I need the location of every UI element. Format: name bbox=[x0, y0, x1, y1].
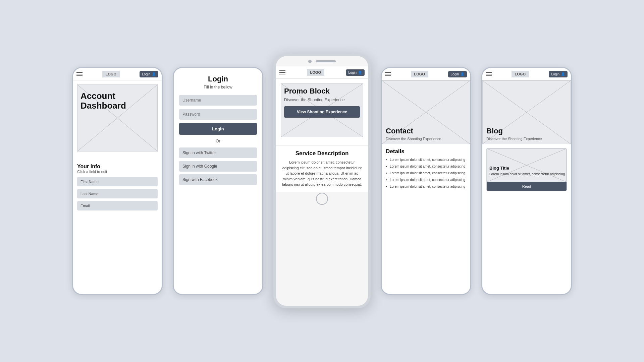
detail-item-4: Lorem ipsum dolor sit amet, consectetur … bbox=[386, 178, 466, 182]
password-input[interactable] bbox=[179, 109, 257, 120]
detail-item-3: Lorem ipsum dolor sit amet, consectetur … bbox=[386, 171, 466, 176]
username-input[interactable] bbox=[179, 95, 257, 106]
blog-card-image: Blog Title Lorem ipsum dolor sit amet, c… bbox=[487, 148, 567, 182]
twitter-login-button[interactable]: Sign in with Twitter bbox=[179, 147, 257, 158]
phone-contact: LOGO Login 👤 Contact Discover the Shooti… bbox=[381, 67, 471, 295]
service-title: Service Description bbox=[281, 150, 363, 157]
details-title: Details bbox=[386, 148, 466, 155]
home-indicator bbox=[276, 192, 368, 205]
home-button[interactable] bbox=[316, 193, 328, 205]
service-section: Service Description Lorem ipsum dolor si… bbox=[276, 145, 368, 192]
your-info-section: Your Info Click a field to edit First Na… bbox=[73, 160, 162, 217]
phone-login: Login Fill in the bellow Login Or Sign i… bbox=[173, 67, 263, 295]
google-login-button[interactable]: Sign in with Google bbox=[179, 161, 257, 172]
user-icon-promo: 👤 bbox=[358, 71, 362, 74]
blog-card-text: Lorem ipsum dolor sit amet, consectetur … bbox=[489, 172, 565, 177]
login-title: Login bbox=[208, 75, 228, 83]
dashboard-title: Account Dashboard bbox=[80, 91, 154, 110]
facebook-login-button[interactable]: Sign with Facebook bbox=[179, 174, 257, 185]
contact-title: Contact bbox=[386, 127, 441, 135]
blog-card-section: Blog Title Lorem ipsum dolor sit amet, c… bbox=[482, 144, 571, 195]
logo-contact: LOGO bbox=[411, 71, 428, 77]
logo-dashboard: LOGO bbox=[102, 71, 120, 77]
login-content: Login Fill in the bellow Login Or Sign i… bbox=[174, 68, 262, 194]
last-name-field[interactable]: Last Name bbox=[77, 189, 158, 198]
devices-container: LOGO Login 👤 Account Dashboard Your Info… bbox=[59, 40, 585, 322]
view-shooting-button[interactable]: View Shooting Experience bbox=[284, 106, 360, 118]
phone-dashboard: LOGO Login 👤 Account Dashboard Your Info… bbox=[72, 67, 163, 295]
user-icon-blog: 👤 bbox=[561, 72, 565, 76]
login-submit-button[interactable]: Login bbox=[179, 123, 257, 135]
camera-dot bbox=[308, 60, 312, 63]
phone-promo: LOGO Login 👤 Promo Block bbox=[273, 54, 371, 308]
details-section: Details Lorem ipsum dolor sit amet, cons… bbox=[382, 144, 470, 195]
nav-contact: LOGO Login 👤 bbox=[382, 68, 470, 80]
login-button-promo[interactable]: Login 👤 bbox=[346, 69, 365, 76]
hamburger-icon-contact[interactable] bbox=[385, 72, 391, 76]
detail-item-1: Lorem ipsum dolor sit amet, consectetur … bbox=[386, 158, 466, 162]
login-subtitle: Fill in the bellow bbox=[204, 85, 232, 89]
login-button-dashboard[interactable]: Login 👤 bbox=[140, 71, 158, 77]
blog-card-title: Blog Title bbox=[489, 166, 565, 171]
hamburger-icon[interactable] bbox=[76, 72, 83, 76]
promo-text-block: Promo Block Discover the Shooting Experi… bbox=[276, 79, 368, 145]
nav-dashboard: LOGO Login 👤 bbox=[73, 68, 162, 80]
promo-title: Promo Block bbox=[284, 87, 360, 96]
contact-content: Contact Discover the Shooting Experience… bbox=[382, 80, 470, 195]
blog-page-title: Blog bbox=[486, 127, 542, 135]
read-button[interactable]: Read bbox=[487, 182, 567, 191]
center-phone-wrapper: LOGO Login 👤 Promo Block bbox=[273, 54, 371, 308]
click-to-edit-label: Click a field to edit bbox=[77, 170, 158, 174]
service-description: Lorem ipsum dolor sit amet, consectetur … bbox=[281, 160, 363, 187]
speaker-bar bbox=[316, 60, 336, 62]
or-divider: Or bbox=[216, 139, 220, 143]
email-field[interactable]: Email bbox=[77, 201, 158, 210]
blog-subtitle: Discover the Shooting Experience bbox=[486, 137, 542, 141]
detail-item-5: Lorem ipsum dolor sit amet, consectetur … bbox=[386, 184, 466, 189]
detail-item-2: Lorem ipsum dolor sit amet, consectetur … bbox=[386, 164, 466, 169]
phone-blog: LOGO Login 👤 Blog Discover the Shooting … bbox=[481, 67, 572, 295]
blog-content: Blog Discover the Shooting Experience Bl… bbox=[482, 80, 571, 195]
dashboard-content: Account Dashboard bbox=[73, 80, 162, 160]
dashboard-hero-image: Account Dashboard bbox=[77, 84, 158, 152]
contact-subtitle: Discover the Shooting Experience bbox=[386, 137, 441, 141]
first-name-field[interactable]: First Name bbox=[77, 177, 158, 186]
blog-card: Blog Title Lorem ipsum dolor sit amet, c… bbox=[486, 148, 567, 191]
user-icon-contact: 👤 bbox=[460, 72, 464, 76]
promo-screen: LOGO Login 👤 Promo Block bbox=[276, 66, 368, 192]
details-list: Lorem ipsum dolor sit amet, consectetur … bbox=[386, 158, 466, 189]
logo-promo: LOGO bbox=[307, 69, 324, 76]
nav-blog: LOGO Login 👤 bbox=[482, 68, 571, 80]
promo-subtitle: Discover the Shooting Experience bbox=[284, 98, 360, 102]
your-info-title: Your Info bbox=[77, 164, 158, 170]
user-icon: 👤 bbox=[152, 72, 156, 76]
logo-blog: LOGO bbox=[512, 71, 529, 77]
nav-promo: LOGO Login 👤 bbox=[276, 66, 368, 79]
notch-bar bbox=[276, 56, 368, 66]
hamburger-icon-blog[interactable] bbox=[486, 72, 492, 76]
hamburger-icon-promo[interactable] bbox=[279, 70, 285, 74]
login-button-blog[interactable]: Login 👤 bbox=[549, 71, 568, 77]
login-button-contact[interactable]: Login 👤 bbox=[448, 71, 467, 77]
